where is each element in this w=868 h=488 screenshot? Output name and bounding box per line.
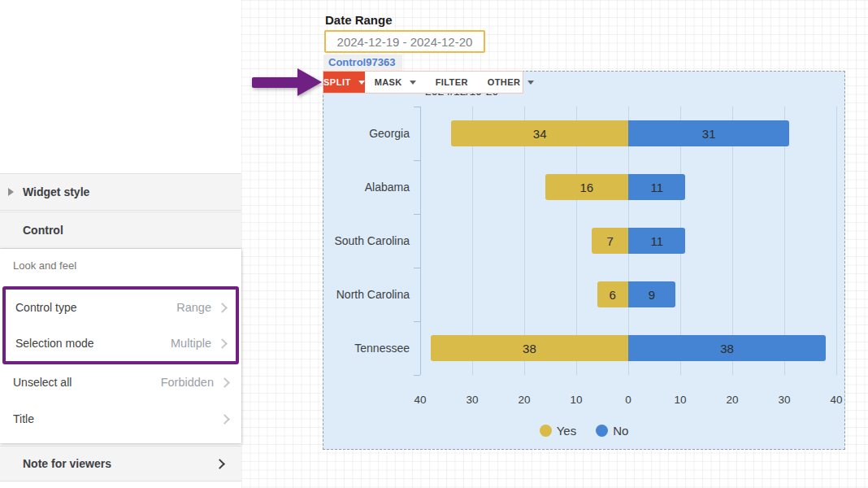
legend-label: Yes — [557, 424, 576, 438]
unselect-all-row[interactable]: Unselect all Forbidden — [0, 364, 241, 400]
widget-name-tag: Control97363 — [323, 54, 402, 71]
legend-item-yes[interactable]: Yes — [540, 424, 576, 438]
x-axis-tick-label: 20 — [508, 394, 540, 406]
title-row[interactable]: Title — [0, 400, 241, 438]
mask-button-label: MASK — [375, 77, 402, 87]
bar-no[interactable]: 38 — [628, 335, 826, 361]
control-label: Control — [23, 224, 63, 237]
x-axis-tick-label: 10 — [560, 394, 592, 406]
filter-button[interactable]: FILTER — [426, 72, 478, 93]
legend-label: No — [613, 424, 628, 438]
legend-item-no[interactable]: No — [596, 424, 628, 438]
sidebar-item-control[interactable]: Control — [0, 211, 241, 249]
split-button[interactable]: SPLIT — [323, 72, 365, 93]
date-range-input[interactable] — [324, 30, 485, 53]
bar-yes[interactable]: 16 — [545, 174, 628, 200]
filter-button-label: FILTER — [436, 77, 468, 87]
selection-mode-label: Selection mode — [15, 337, 94, 350]
bar-no[interactable]: 31 — [628, 120, 789, 146]
note-for-viewers-label: Note for viewers — [23, 457, 111, 470]
widget-style-label: Widget style — [23, 185, 89, 198]
selection-mode-value: Multiple — [171, 337, 211, 350]
chart-legend: YesNo — [323, 424, 844, 438]
legend-dot-icon — [596, 425, 608, 437]
bar-yes[interactable]: 38 — [431, 335, 628, 361]
properties-sidebar: Widget style Control Look and feel Contr… — [0, 0, 241, 488]
annotation-highlight-box: Control type Range Selection mode Multip… — [2, 286, 239, 364]
x-axis-tick-label: 40 — [820, 394, 853, 406]
other-button-label: OTHER — [488, 77, 521, 87]
control-type-row[interactable]: Control type Range — [6, 290, 236, 325]
x-axis-tick-label: 10 — [664, 394, 697, 406]
split-button-label: SPLIT — [323, 77, 351, 87]
legend-dot-icon — [540, 425, 552, 437]
dropdown-arrow-icon — [527, 81, 534, 85]
bar-no[interactable]: 11 — [628, 174, 685, 200]
x-axis-tick-label: 30 — [768, 394, 801, 406]
other-button[interactable]: OTHER — [478, 72, 545, 93]
category-label: Alabama — [323, 174, 410, 200]
bar-no[interactable]: 9 — [628, 281, 675, 307]
bar-no[interactable]: 11 — [628, 228, 685, 254]
unselect-all-value: Forbidden — [161, 376, 214, 389]
expander-right-icon — [8, 188, 14, 196]
selection-mode-row[interactable]: Selection mode Multiple — [6, 325, 236, 361]
bar-yes[interactable]: 34 — [451, 120, 628, 146]
bar-yes[interactable]: 6 — [597, 281, 628, 307]
chevron-right-icon — [219, 377, 230, 388]
control-type-value: Range — [176, 301, 211, 314]
chevron-right-icon — [219, 414, 230, 425]
category-label: North Carolina — [323, 281, 410, 307]
mask-button[interactable]: MASK — [365, 72, 426, 93]
chevron-right-icon — [217, 338, 228, 349]
category-label: Tennessee — [323, 335, 410, 361]
chevron-right-icon — [215, 459, 225, 469]
dropdown-arrow-icon — [358, 81, 365, 85]
unselect-all-label: Unselect all — [13, 376, 72, 389]
dropdown-arrow-icon — [410, 81, 416, 85]
category-label: South Carolina — [323, 228, 410, 254]
x-axis-tick-label: 0 — [612, 394, 644, 406]
chevron-right-icon — [217, 303, 228, 313]
x-axis-tick-label: 40 — [404, 394, 436, 406]
widget-toolbar: SPLIT MASK FILTER OTHER — [323, 71, 523, 94]
sidebar-item-widget-style[interactable]: Widget style — [0, 173, 241, 211]
control-type-label: Control type — [15, 301, 76, 314]
category-label: Georgia — [323, 120, 410, 146]
bar-yes[interactable]: 7 — [592, 228, 628, 254]
title-row-label: Title — [13, 412, 34, 425]
x-axis-tick-label: 20 — [716, 394, 749, 406]
app-window: Widget style Control Look and feel Contr… — [0, 0, 868, 488]
note-for-viewers-row[interactable]: Note for viewers — [0, 446, 241, 481]
bar-chart-widget[interactable]: 2024/12/19-20 40302010010203040Georgia34… — [323, 71, 845, 450]
look-and-feel-card: Look and feel Control type Range Selecti… — [0, 249, 241, 443]
look-and-feel-heading: Look and feel — [13, 259, 76, 272]
date-range-title: Date Range — [325, 13, 393, 27]
x-axis-tick-label: 30 — [456, 394, 488, 406]
